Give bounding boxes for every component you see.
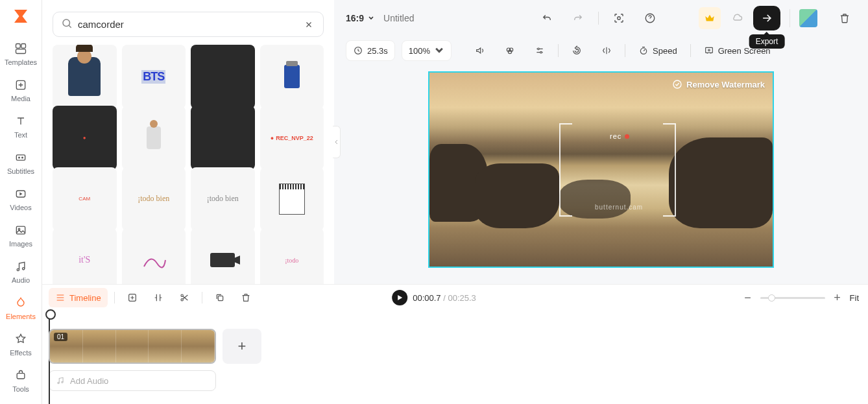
rotate-button[interactable]: [565, 40, 588, 61]
element-card[interactable]: it'S: [53, 228, 117, 284]
sidebar-item-elements[interactable]: Elements: [0, 291, 42, 327]
sidebar-item-text[interactable]: Text: [0, 109, 42, 145]
sidebar-item-media[interactable]: Media: [0, 73, 42, 109]
export-button[interactable]: Export: [753, 6, 780, 30]
text-icon: [14, 114, 28, 128]
total-duration: 00:25.3: [448, 293, 476, 303]
speed-label: Speed: [653, 46, 677, 56]
sidebar-item-subtitles[interactable]: Subtitles: [0, 145, 42, 182]
element-card[interactable]: [53, 45, 117, 109]
premium-button[interactable]: [699, 7, 721, 29]
element-card[interactable]: [191, 45, 255, 109]
aspect-label: 16:9: [346, 13, 364, 23]
sidebar-label: Subtitles: [7, 167, 34, 175]
help-button[interactable]: [639, 7, 661, 29]
add-audio-button[interactable]: Add Audio: [49, 370, 216, 391]
element-label: ¡todo bien: [138, 194, 169, 204]
svg-point-5: [19, 157, 20, 158]
flip-button[interactable]: [595, 40, 618, 61]
sidebar-label: Images: [9, 240, 32, 248]
copy-button[interactable]: [209, 288, 231, 307]
app-logo[interactable]: [8, 4, 33, 29]
aspect-ratio-button[interactable]: 16:9: [346, 13, 374, 23]
preview-canvas[interactable]: rec butternut.cam Remove Watermark: [428, 71, 774, 268]
element-card[interactable]: [122, 228, 186, 284]
trash-button[interactable]: [235, 288, 257, 307]
svg-rect-2: [16, 49, 26, 54]
clear-search-button[interactable]: [302, 18, 315, 31]
elements-icon: [14, 296, 28, 310]
cut-button[interactable]: [173, 288, 195, 307]
element-card[interactable]: BTS: [122, 45, 186, 109]
timeline-tab[interactable]: Timeline: [49, 288, 108, 307]
element-card[interactable]: ¡todo: [260, 228, 324, 284]
timeline-tab-label: Timeline: [69, 293, 101, 303]
filter-button[interactable]: [498, 40, 522, 61]
top-bar: 16:9 Export: [334, 0, 868, 36]
search-input[interactable]: [78, 19, 297, 30]
zoom-in-button[interactable]: +: [832, 292, 843, 303]
element-card[interactable]: ¡todo bien: [122, 167, 186, 232]
video-track: 01 +: [49, 329, 862, 364]
element-label: BTS: [141, 70, 165, 84]
add-clip-button[interactable]: +: [223, 329, 261, 364]
volume-button[interactable]: [468, 40, 492, 61]
project-title-input[interactable]: [383, 13, 461, 23]
sidebar-item-images[interactable]: Images: [0, 218, 42, 254]
speed-button[interactable]: Speed: [632, 40, 684, 61]
collapse-panel-button[interactable]: [333, 126, 341, 158]
timeline-tracks[interactable]: 01 + Add Audio: [42, 311, 868, 404]
elements-grid: BTS ● REC_NVP_22 CAM ¡todo bien ¡todo bi…: [53, 45, 324, 284]
effects-icon: [14, 332, 28, 346]
sidebar-item-templates[interactable]: Templates: [0, 36, 42, 73]
sidebar-item-videos[interactable]: Videos: [0, 182, 42, 218]
element-label: ¡todo bien: [207, 194, 239, 204]
svg-point-30: [58, 382, 59, 383]
svg-point-25: [673, 80, 681, 88]
element-card[interactable]: [191, 106, 255, 170]
remove-watermark-button[interactable]: Remove Watermark: [672, 79, 765, 89]
templates-icon: [14, 42, 28, 56]
element-card[interactable]: REC_NVP_22: [260, 106, 324, 170]
zoom-label: 100%: [409, 46, 430, 56]
user-avatar[interactable]: [799, 9, 817, 27]
cloud-button[interactable]: [726, 7, 748, 29]
split-button[interactable]: [147, 288, 169, 307]
undo-button[interactable]: [536, 7, 558, 29]
scan-button[interactable]: [608, 7, 630, 29]
element-card[interactable]: ¡todo bien: [191, 167, 255, 232]
audio-icon: [14, 259, 28, 274]
element-card[interactable]: [122, 106, 186, 170]
play-button[interactable]: [392, 290, 407, 305]
sidebar-item-audio[interactable]: Audio: [0, 254, 42, 291]
media-icon: [14, 78, 28, 92]
sidebar-item-effects[interactable]: Effects: [0, 327, 42, 363]
element-card[interactable]: ●: [53, 106, 117, 170]
svg-point-31: [62, 381, 63, 383]
delete-button[interactable]: [833, 6, 856, 30]
element-card[interactable]: [260, 167, 324, 232]
svg-point-14: [618, 17, 621, 20]
zoom-out-button[interactable]: −: [742, 292, 754, 303]
audio-track-row: Add Audio: [49, 370, 862, 391]
zoom-select[interactable]: 100%: [402, 40, 452, 61]
export-tooltip: Export: [749, 34, 785, 49]
fit-button[interactable]: Fit: [850, 293, 859, 303]
svg-point-6: [22, 157, 23, 158]
video-clip[interactable]: 01: [49, 329, 216, 364]
redo-button[interactable]: [567, 7, 589, 29]
add-button[interactable]: [121, 288, 143, 307]
adjust-button[interactable]: [528, 40, 551, 61]
svg-point-10: [17, 268, 19, 270]
duration-button[interactable]: 25.3s: [346, 40, 395, 61]
element-card[interactable]: CAM: [53, 167, 117, 232]
add-audio-label: Add Audio: [70, 376, 108, 386]
element-card[interactable]: [191, 228, 255, 284]
element-card[interactable]: [260, 45, 324, 109]
timeline-panel: Timeline 00:00.7 / 00:25.3 − + Fit: [42, 284, 868, 404]
sidebar-item-tools[interactable]: Tools: [0, 363, 42, 399]
zoom-slider[interactable]: [760, 297, 825, 299]
remove-watermark-label: Remove Watermark: [686, 80, 765, 89]
element-label: REC_NVP_22: [271, 135, 313, 141]
svg-point-20: [538, 48, 540, 50]
